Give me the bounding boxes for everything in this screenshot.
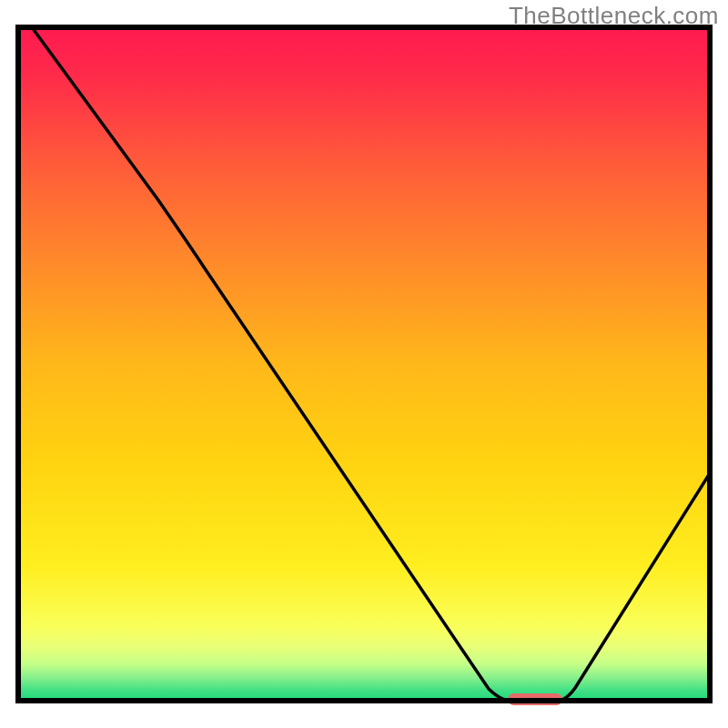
chart-container: { "watermark": "TheBottleneck.com", "cha… (0, 0, 728, 728)
bottleneck-chart (0, 0, 728, 728)
watermark-text: TheBottleneck.com (509, 2, 719, 30)
gradient-bg (18, 27, 710, 701)
plot-area (18, 27, 710, 705)
